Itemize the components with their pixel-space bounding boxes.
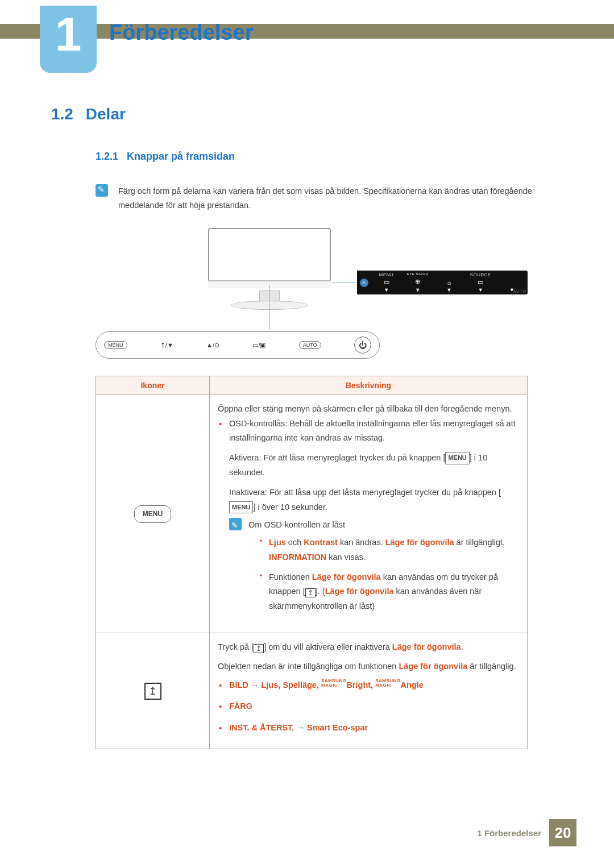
menu-button-icon: MENU xyxy=(134,505,171,523)
table-row: MENU Öppna eller stäng menyn på skärmen … xyxy=(96,395,528,633)
bar-source: ▭/▣ xyxy=(252,342,265,349)
bar-eye: ↥/▼ xyxy=(160,342,173,349)
list-item: FÄRG xyxy=(229,699,519,713)
page-footer: 1 Förberedelser 20 xyxy=(477,819,576,846)
note-icon xyxy=(229,518,242,530)
list-item: Ljus och Kontrast kan ändras. Läge för ö… xyxy=(269,535,519,564)
bar-auto: AUTO xyxy=(299,341,321,349)
desc-cell-eyesaver: Tryck på [↥] om du vill aktivera eller i… xyxy=(210,633,528,749)
chapter-title: Förberedelser xyxy=(109,20,253,45)
list-item: Funktionen Läge för ögonvila kan använda… xyxy=(269,570,519,613)
eye-saver-square-icon: ↥ xyxy=(305,588,316,597)
subsection-number: 1.2.1 xyxy=(96,151,118,162)
desc-cell-menu: Öppna eller stäng menyn på skärmen eller… xyxy=(210,395,528,633)
icon-cell-menu: MENU xyxy=(96,395,210,633)
footer-chapter-label: 1 Förberedelser xyxy=(477,828,541,838)
note-text: Färg och form på delarna kan variera frå… xyxy=(118,184,574,212)
table-row: ↥ Tryck på [↥] om du vill aktivera eller… xyxy=(96,633,528,749)
chapter-number-badge: 1 xyxy=(40,6,97,73)
front-buttons-illustration: A MENU ▭ ▼ EYE SAVER ⊕ ▼ ☼ ▼ SOURCE ▭ ▼ xyxy=(96,228,528,359)
list-item: OSD-kontrollås: Behåll de aktuella instä… xyxy=(229,417,519,620)
osd-source-cell: SOURCE ▭ ▼ xyxy=(465,271,496,294)
eye-saver-square-icon: ↥ xyxy=(254,644,264,653)
bar-bright: ▲/⊙ xyxy=(206,342,219,349)
inline-menu-icon: MENU xyxy=(445,452,469,464)
osd-bright-cell: ☼ ▼ xyxy=(433,271,464,294)
subsection-heading: 1.2.1 Knappar på framsidan xyxy=(96,151,574,163)
osd-eyesaver-cell: EYE SAVER ⊕ ▼ xyxy=(402,271,433,294)
section-heading: 1.2 Delar xyxy=(51,105,574,123)
leader-line xyxy=(332,283,357,283)
osd-menu-cell: MENU ▭ ▼ xyxy=(371,271,402,294)
th-desc: Beskrivning xyxy=(210,376,528,395)
icons-description-table: Ikoner Beskrivning MENU Öppna eller stän… xyxy=(96,376,528,749)
button-bar-illustration: MENU ↥/▼ ▲/⊙ ▭/▣ AUTO ⏻ xyxy=(96,331,380,359)
list-item: INST. & ÅTERST. → Smart Eco-spar xyxy=(229,721,519,735)
th-icons: Ikoner xyxy=(96,376,210,395)
inline-menu-icon: MENU xyxy=(229,501,253,513)
section-title: Delar xyxy=(86,105,126,123)
section-number: 1.2 xyxy=(51,105,73,123)
note-icon xyxy=(96,184,108,197)
list-item: BILD → Ljus, Spelläge, SAMSUNGMAGICBrigh… xyxy=(229,678,519,692)
osd-zoom-panel: A MENU ▭ ▼ EYE SAVER ⊕ ▼ ☼ ▼ SOURCE ▭ ▼ xyxy=(357,271,528,294)
bar-power: ⏻ xyxy=(354,337,371,354)
icon-cell-eyesaver: ↥ xyxy=(96,633,210,749)
bar-menu: MENU xyxy=(104,341,127,349)
eye-saver-square-icon: ↥ xyxy=(144,683,161,700)
osd-badge-a: A xyxy=(360,279,368,287)
leader-line-vert xyxy=(269,285,270,329)
subsection-title: Knappar på framsidan xyxy=(127,151,235,162)
osd-auto-label: AUTO xyxy=(513,289,526,293)
footer-page-number: 20 xyxy=(549,819,576,846)
